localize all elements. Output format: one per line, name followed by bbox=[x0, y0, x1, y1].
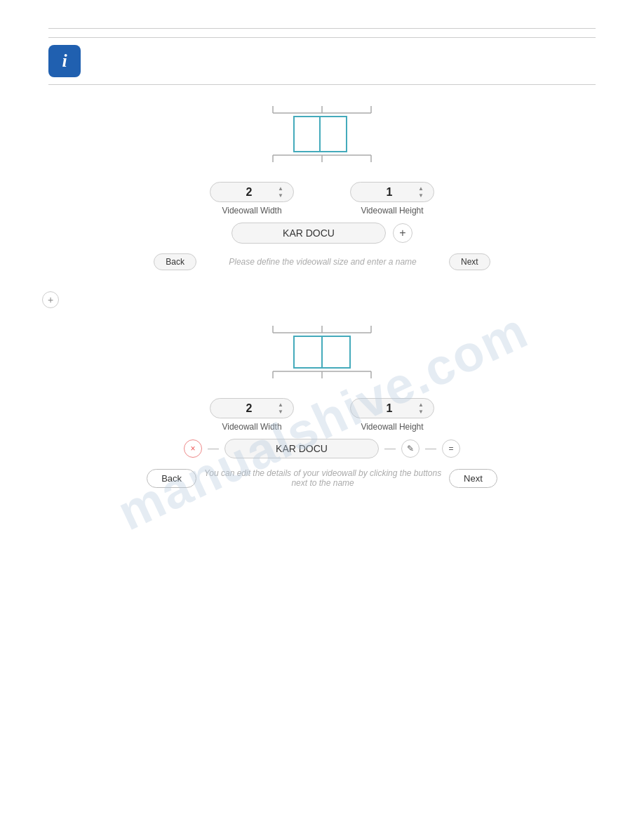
section1-height-spinner[interactable]: 1 ▲ ▼ bbox=[350, 182, 434, 202]
section1-height-up[interactable]: ▲ bbox=[418, 185, 424, 192]
section1-nav-hint: Please define the videowall size and ent… bbox=[203, 257, 442, 267]
plus-icon-area: + bbox=[0, 291, 644, 308]
section2-width-arrows[interactable]: ▲ ▼ bbox=[278, 402, 283, 415]
section2-height-arrows[interactable]: ▲ ▼ bbox=[418, 402, 424, 415]
section2-details-button[interactable]: = bbox=[442, 439, 460, 458]
section1-width-group: 2 ▲ ▼ Videowall Width bbox=[210, 182, 294, 216]
section1-nav-row: Back Please define the videowall size an… bbox=[48, 253, 596, 270]
section2-next-button[interactable]: Next bbox=[449, 469, 497, 488]
section1-width-value: 2 bbox=[220, 186, 278, 199]
section2-height-label: Videowall Height bbox=[361, 422, 423, 432]
section2-dash3: — bbox=[425, 442, 436, 455]
section1-height-value: 1 bbox=[361, 186, 418, 199]
section1: 2 ▲ ▼ Videowall Width 1 ▲ ▼ Videowall He… bbox=[48, 85, 596, 284]
section2-vw-preview bbox=[48, 322, 596, 385]
section1-width-up[interactable]: ▲ bbox=[278, 185, 283, 192]
section2-width-group: 2 ▲ ▼ Videowall Width bbox=[210, 398, 294, 432]
section2-controls-row: 2 ▲ ▼ Videowall Width 1 ▲ ▼ Videowall He… bbox=[48, 398, 596, 432]
section1-width-spinner[interactable]: 2 ▲ ▼ bbox=[210, 182, 294, 202]
section2-delete-button[interactable]: × bbox=[184, 439, 202, 458]
section1-vw-preview bbox=[48, 99, 596, 169]
section2-height-up[interactable]: ▲ bbox=[418, 402, 424, 409]
section2-width-up[interactable]: ▲ bbox=[278, 402, 283, 409]
section1-name-input[interactable] bbox=[232, 223, 386, 244]
info-header: i bbox=[48, 37, 596, 85]
info-icon: i bbox=[48, 45, 81, 77]
section2-dash2: — bbox=[384, 442, 396, 455]
plus-circle-icon[interactable]: + bbox=[42, 291, 59, 308]
info-symbol: i bbox=[62, 51, 67, 72]
section2-dash1: — bbox=[208, 442, 219, 455]
section1-width-arrows[interactable]: ▲ ▼ bbox=[278, 185, 283, 199]
section1-back-button[interactable]: Back bbox=[154, 253, 196, 270]
section2-name-actions-row: × — KAR DOCU — ✎ — = bbox=[48, 439, 596, 458]
top-divider bbox=[48, 28, 596, 29]
section1-next-button[interactable]: Next bbox=[449, 253, 490, 270]
section2-width-label: Videowall Width bbox=[222, 422, 281, 432]
section1-controls-row: 2 ▲ ▼ Videowall Width 1 ▲ ▼ Videowall He… bbox=[48, 182, 596, 216]
section2: 2 ▲ ▼ Videowall Width 1 ▲ ▼ Videowall He… bbox=[48, 315, 596, 502]
section2-edit-button[interactable]: ✎ bbox=[401, 439, 420, 458]
section2-width-spinner[interactable]: 2 ▲ ▼ bbox=[210, 398, 294, 418]
section2-name-display: KAR DOCU bbox=[224, 439, 379, 458]
section1-height-arrows[interactable]: ▲ ▼ bbox=[418, 185, 424, 199]
section2-vw-grid bbox=[252, 322, 392, 385]
section2-width-down[interactable]: ▼ bbox=[278, 409, 283, 416]
section1-width-down[interactable]: ▼ bbox=[278, 192, 283, 199]
section2-height-value: 1 bbox=[361, 402, 418, 415]
section2-height-down[interactable]: ▼ bbox=[418, 409, 424, 416]
section1-height-group: 1 ▲ ▼ Videowall Height bbox=[350, 182, 434, 216]
section1-name-row: + bbox=[48, 223, 596, 244]
section1-height-label: Videowall Height bbox=[361, 206, 423, 216]
section2-height-spinner[interactable]: 1 ▲ ▼ bbox=[350, 398, 434, 418]
section2-height-group: 1 ▲ ▼ Videowall Height bbox=[350, 398, 434, 432]
section1-add-button[interactable]: + bbox=[393, 223, 412, 243]
section2-nav-row: Back You can edit the details of your vi… bbox=[48, 468, 596, 488]
section2-nav-hint: You can edit the details of your videowa… bbox=[203, 468, 442, 488]
section1-width-label: Videowall Width bbox=[222, 206, 281, 216]
section2-back-button[interactable]: Back bbox=[147, 469, 196, 488]
section1-vw-grid bbox=[252, 99, 392, 169]
section2-width-value: 2 bbox=[220, 402, 278, 415]
section1-height-down[interactable]: ▼ bbox=[418, 192, 424, 199]
